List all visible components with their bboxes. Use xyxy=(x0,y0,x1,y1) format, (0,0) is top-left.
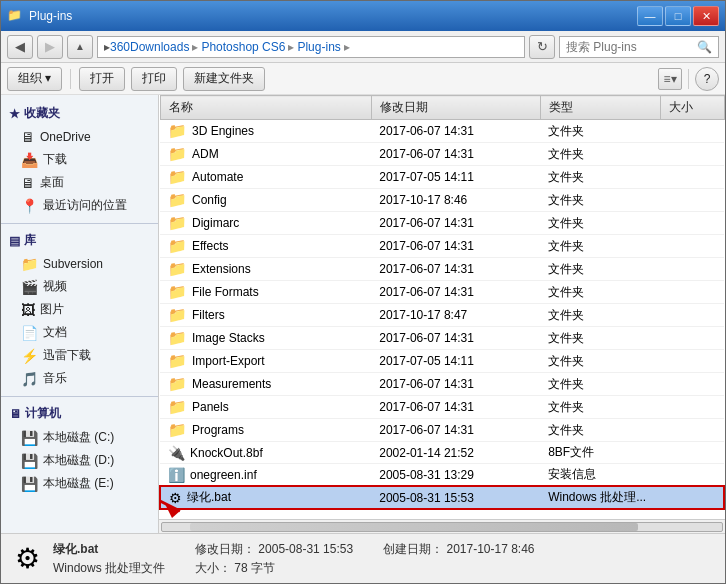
table-row[interactable]: 📁 Digimarc 2017-06-07 14:31 文件夹 xyxy=(160,212,724,235)
folder-icon: 📁 xyxy=(168,398,187,416)
file-name-text: Automate xyxy=(192,170,243,184)
table-row[interactable]: 🔌 KnockOut.8bf 2002-01-14 21:52 8BF文件 xyxy=(160,442,724,464)
toolbar-separator-2 xyxy=(688,69,689,89)
sidebar-item-downloads[interactable]: 📥 下载 xyxy=(1,148,158,171)
table-row[interactable]: 📁 Programs 2017-06-07 14:31 文件夹 xyxy=(160,419,724,442)
file-name-text: Programs xyxy=(192,423,244,437)
col-header-date[interactable]: 修改日期 xyxy=(371,96,540,120)
back-button[interactable]: ◀ xyxy=(7,35,33,59)
sidebar-item-onedrive[interactable]: 🖥 OneDrive xyxy=(1,126,158,148)
file-name-cell: 📁 3D Engines xyxy=(160,120,371,143)
breadcrumb-photoshop[interactable]: Photoshop CS6 xyxy=(201,40,285,54)
toolbar-right: ≡ ▾ ? xyxy=(658,67,719,91)
file-list: 名称 修改日期 类型 大小 📁 3D Engines 2017-06-07 14… xyxy=(159,95,725,510)
file-name-cell: 📁 Config xyxy=(160,189,371,212)
table-row[interactable]: ⚙ 绿化.bat 2005-08-31 15:53 Windows 批处理... xyxy=(160,486,724,509)
xunlei-label: 迅雷下载 xyxy=(43,347,91,364)
refresh-button[interactable]: ↻ xyxy=(529,35,555,59)
status-col-create: 创建日期： 2017-10-17 8:46 xyxy=(383,541,534,577)
sidebar-section-library-header[interactable]: ▤ 库 xyxy=(1,228,158,253)
close-button[interactable]: ✕ xyxy=(693,6,719,26)
file-size xyxy=(661,120,724,143)
up-button[interactable]: ▲ xyxy=(67,35,93,59)
table-row[interactable]: 📁 Extensions 2017-06-07 14:31 文件夹 xyxy=(160,258,724,281)
onedrive-icon: 🖥 xyxy=(21,129,35,145)
status-bar: ⚙ 绿化.bat Windows 批处理文件 修改日期： 2005-08-31 … xyxy=(1,533,725,583)
table-row[interactable]: 📁 Panels 2017-06-07 14:31 文件夹 xyxy=(160,396,724,419)
sidebar-item-video[interactable]: 🎬 视频 xyxy=(1,275,158,298)
table-row[interactable]: 📁 Effects 2017-06-07 14:31 文件夹 xyxy=(160,235,724,258)
file-list-container[interactable]: 名称 修改日期 类型 大小 📁 3D Engines 2017-06-07 14… xyxy=(159,95,725,519)
title-bar: 📁 Plug-ins — □ ✕ xyxy=(1,1,725,31)
sidebar-item-recent[interactable]: 📍 最近访问的位置 xyxy=(1,194,158,217)
sidebar-item-music[interactable]: 🎵 音乐 xyxy=(1,367,158,390)
toolbar-separator-1 xyxy=(70,69,71,89)
file-name-cell: 📁 Programs xyxy=(160,419,371,442)
forward-button[interactable]: ▶ xyxy=(37,35,63,59)
pictures-icon: 🖼 xyxy=(21,302,35,318)
breadcrumb-360downloads-label[interactable]: 360Downloads xyxy=(110,40,189,54)
folder-icon: 📁 xyxy=(168,421,187,439)
file-date: 2017-06-07 14:31 xyxy=(371,396,540,419)
sidebar-item-disk-e[interactable]: 💾 本地磁盘 (E:) xyxy=(1,472,158,495)
maximize-button[interactable]: □ xyxy=(665,6,691,26)
recent-icon: 📍 xyxy=(21,198,38,214)
file-type: 文件夹 xyxy=(540,327,660,350)
minimize-button[interactable]: — xyxy=(637,6,663,26)
print-button[interactable]: 打印 xyxy=(131,67,177,91)
table-row[interactable]: 📁 Config 2017-10-17 8:46 文件夹 xyxy=(160,189,724,212)
table-row[interactable]: 📁 ADM 2017-06-07 14:31 文件夹 xyxy=(160,143,724,166)
table-row[interactable]: 📁 Image Stacks 2017-06-07 14:31 文件夹 xyxy=(160,327,724,350)
file-name-cell: 📁 Effects xyxy=(160,235,371,258)
col-header-size[interactable]: 大小 xyxy=(661,96,724,120)
file-name-cell: 📁 Filters xyxy=(160,304,371,327)
sidebar-item-disk-d[interactable]: 💾 本地磁盘 (D:) xyxy=(1,449,158,472)
table-row[interactable]: ℹ️ onegreen.inf 2005-08-31 13:29 安装信息 xyxy=(160,464,724,487)
sidebar-item-pictures[interactable]: 🖼 图片 xyxy=(1,298,158,321)
file-date: 2017-07-05 14:11 xyxy=(371,350,540,373)
table-row[interactable]: 📁 3D Engines 2017-06-07 14:31 文件夹 xyxy=(160,120,724,143)
col-header-name[interactable]: 名称 xyxy=(160,96,371,120)
file-name-text: Config xyxy=(192,193,227,207)
view-toggle-button[interactable]: ≡ ▾ xyxy=(658,68,682,90)
address-path[interactable]: ▸ OneDrive 360Downloads ▸ Photoshop CS6 … xyxy=(97,36,525,58)
horizontal-scrollbar[interactable] xyxy=(159,519,725,533)
sidebar-item-documents[interactable]: 📄 文档 xyxy=(1,321,158,344)
sidebar: ★ 收藏夹 🖥 OneDrive 📥 下载 🖥 桌面 📍 最近访问的 xyxy=(1,95,159,533)
file-name-cell: 🔌 KnockOut.8bf xyxy=(160,442,371,464)
file-size xyxy=(661,419,724,442)
table-row[interactable]: 📁 Import-Export 2017-07-05 14:11 文件夹 xyxy=(160,350,724,373)
file-type: 文件夹 xyxy=(540,304,660,327)
folder-icon: 📁 xyxy=(168,352,187,370)
sidebar-section-favorites-header[interactable]: ★ 收藏夹 xyxy=(1,101,158,126)
sidebar-section-computer-header[interactable]: 🖥 计算机 xyxy=(1,401,158,426)
new-folder-button[interactable]: 新建文件夹 xyxy=(183,67,265,91)
sidebar-item-xunlei[interactable]: ⚡ 迅雷下载 xyxy=(1,344,158,367)
window: 📁 Plug-ins — □ ✕ ◀ ▶ ▲ ▸ OneDrive 360Dow… xyxy=(0,0,726,584)
search-icon[interactable]: 🔍 xyxy=(697,40,712,54)
sidebar-item-desktop[interactable]: 🖥 桌面 xyxy=(1,171,158,194)
open-button[interactable]: 打开 xyxy=(79,67,125,91)
folder-icon: 📁 xyxy=(168,375,187,393)
sidebar-item-disk-c[interactable]: 💾 本地磁盘 (C:) xyxy=(1,426,158,449)
table-row[interactable]: 📁 Measurements 2017-06-07 14:31 文件夹 xyxy=(160,373,724,396)
sidebar-item-subversion[interactable]: 📁 Subversion xyxy=(1,253,158,275)
file-size xyxy=(661,486,724,509)
help-button[interactable]: ? xyxy=(695,67,719,91)
table-row[interactable]: 📁 Filters 2017-10-17 8:47 文件夹 xyxy=(160,304,724,327)
organize-button[interactable]: 组织 ▾ xyxy=(7,67,62,91)
file-type: 文件夹 xyxy=(540,143,660,166)
file-size xyxy=(661,442,724,464)
file-inf-icon: ℹ️ xyxy=(168,467,185,483)
file-type: 文件夹 xyxy=(540,350,660,373)
sidebar-divider-1 xyxy=(1,223,158,224)
toolbar: 组织 ▾ 打开 打印 新建文件夹 ≡ ▾ ? xyxy=(1,63,725,95)
search-input[interactable] xyxy=(566,40,693,54)
video-label: 视频 xyxy=(43,278,67,295)
table-row[interactable]: 📁 Automate 2017-07-05 14:11 文件夹 xyxy=(160,166,724,189)
table-row[interactable]: 📁 File Formats 2017-06-07 14:31 文件夹 xyxy=(160,281,724,304)
breadcrumb-plugins[interactable]: Plug-ins xyxy=(297,40,340,54)
status-col-name: 绿化.bat Windows 批处理文件 xyxy=(53,541,165,577)
sidebar-section-library: ▤ 库 📁 Subversion 🎬 视频 🖼 图片 📄 文档 xyxy=(1,228,158,390)
col-header-type[interactable]: 类型 xyxy=(540,96,660,120)
